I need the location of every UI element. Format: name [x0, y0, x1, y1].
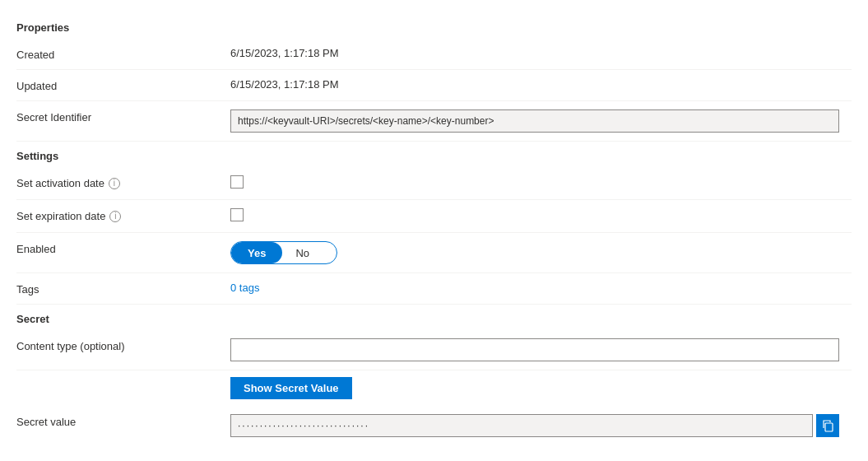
secret-identifier-input[interactable]	[230, 109, 839, 133]
enabled-toggle-container: Yes No	[230, 241, 852, 264]
secret-value-label: Secret value	[16, 414, 230, 428]
secret-section: Secret Content type (optional) Show Secr…	[16, 313, 852, 445]
secret-value-field	[230, 414, 852, 437]
expiration-date-checkbox[interactable]	[230, 208, 244, 221]
created-value: 6/15/2023, 1:17:18 PM	[230, 47, 852, 59]
content-type-row: Content type (optional)	[16, 330, 852, 370]
activation-info-icon: i	[109, 178, 120, 189]
activation-date-value	[230, 175, 852, 191]
created-label: Created	[16, 47, 230, 61]
expiration-date-label: Set expiration date i	[16, 208, 230, 222]
secret-section-label: Secret	[16, 313, 852, 325]
toggle-no-option[interactable]: No	[282, 242, 323, 263]
properties-section: Properties Created 6/15/2023, 1:17:18 PM…	[16, 21, 852, 142]
expiration-date-value	[230, 208, 852, 224]
settings-section-label: Settings	[16, 150, 852, 162]
updated-label: Updated	[16, 78, 230, 92]
content-type-input[interactable]	[230, 338, 839, 361]
secret-identifier-value	[230, 109, 852, 133]
properties-section-label: Properties	[16, 21, 852, 34]
updated-row: Updated 6/15/2023, 1:17:18 PM	[16, 70, 852, 101]
expiration-info-icon: i	[109, 211, 121, 222]
activation-date-label: Set activation date i	[16, 175, 230, 189]
updated-value: 6/15/2023, 1:17:18 PM	[230, 78, 852, 91]
show-secret-row: Show Secret Value	[16, 370, 852, 406]
tags-label: Tags	[16, 282, 230, 296]
copy-secret-button[interactable]	[816, 414, 839, 437]
created-row: Created 6/15/2023, 1:17:18 PM	[16, 39, 852, 70]
activation-date-checkbox[interactable]	[230, 175, 244, 189]
secret-identifier-label: Secret Identifier	[16, 109, 230, 123]
content-type-label: Content type (optional)	[16, 338, 230, 352]
tags-value: 0 tags	[230, 282, 852, 294]
activation-date-row: Set activation date i	[16, 167, 852, 200]
svg-rect-0	[825, 423, 833, 431]
secret-value-container	[230, 414, 839, 437]
secret-value-input[interactable]	[230, 414, 813, 437]
content-type-value	[230, 338, 852, 361]
tags-row: Tags 0 tags	[16, 273, 852, 305]
tags-link[interactable]: 0 tags	[230, 282, 259, 294]
enabled-toggle[interactable]: Yes No	[230, 241, 337, 264]
secret-identifier-row: Secret Identifier	[16, 101, 852, 142]
enabled-label: Enabled	[16, 241, 230, 255]
secret-value-row: Secret value	[16, 406, 852, 445]
toggle-yes-option[interactable]: Yes	[231, 242, 282, 263]
show-secret-button[interactable]: Show Secret Value	[230, 377, 352, 399]
copy-icon	[821, 419, 834, 432]
settings-section: Settings Set activation date i Set expir…	[16, 150, 852, 305]
expiration-date-row: Set expiration date i	[16, 200, 852, 233]
enabled-row: Enabled Yes No	[16, 233, 852, 273]
